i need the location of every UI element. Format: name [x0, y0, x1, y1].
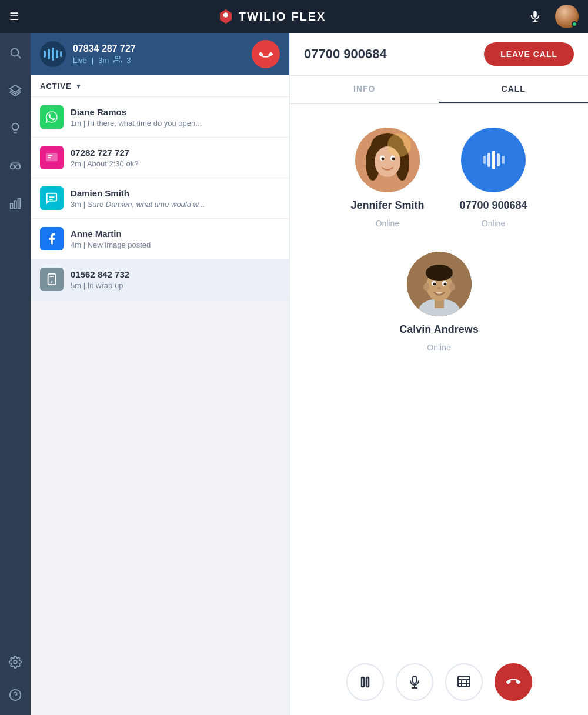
task-preview: 2m | About 2:30 ok? — [71, 159, 247, 168]
microphone-icon[interactable] — [524, 6, 546, 27]
ai-status: Online — [482, 219, 505, 228]
task-name: 01562 842 732 — [71, 269, 280, 279]
keypad-button[interactable] — [445, 663, 483, 701]
nav-icon-settings[interactable] — [5, 651, 26, 673]
svg-point-44 — [443, 283, 446, 286]
svg-rect-51 — [458, 676, 470, 687]
call-panel: 07700 900684 LEAVE CALL INFO CALL — [289, 33, 588, 715]
jennifer-name: Jennifer Smith — [350, 199, 424, 212]
task-content: Damien Smith 3m | Sure Damien, what time… — [71, 188, 280, 209]
task-content: Anne Martin 4m | New image posted — [71, 229, 280, 249]
task-content: Diane Ramos 1m | Hi there, what time do … — [71, 107, 280, 128]
nav-icon-help[interactable] — [5, 684, 26, 706]
leave-call-button[interactable]: LEAVE CALL — [484, 42, 574, 66]
top-header: ☰ TWILIO FLEX — [0, 0, 588, 33]
call-controls — [290, 649, 588, 715]
svg-point-33 — [387, 133, 411, 157]
svg-rect-9 — [11, 203, 13, 208]
tab-info[interactable]: INFO — [290, 76, 439, 103]
task-item[interactable]: Diane Ramos 1m | Hi there, what time do … — [31, 97, 289, 138]
active-call-bar: 07834 287 727 Live | 3m 3 — [31, 33, 289, 75]
task-content: 01562 842 732 5m | In wrap up — [71, 269, 280, 290]
sidebar-bottom — [5, 651, 26, 706]
jennifer-status: Online — [376, 219, 399, 228]
calvin-status: Online — [427, 343, 450, 352]
filter-bar: ACTIVE ▾ — [31, 75, 289, 97]
task-panel: 07834 287 727 Live | 3m 3 — [31, 33, 289, 715]
chat-channel-icon — [40, 186, 64, 210]
task-preview: 5m | In wrap up — [71, 281, 247, 290]
task-item[interactable]: Anne Martin 4m | New image posted — [31, 219, 289, 259]
task-item[interactable]: 01562 842 732 5m | In wrap up — [31, 259, 289, 300]
participants-count: 3 — [126, 56, 131, 65]
hamburger-menu[interactable]: ☰ — [9, 10, 19, 23]
calvin-name: Calvin Andrews — [399, 323, 478, 336]
app-logo: TWILIO FLEX — [218, 8, 326, 25]
pause-button[interactable] — [346, 663, 384, 701]
whatsapp-channel-icon — [40, 105, 64, 129]
call-panel-header: 07700 900684 LEAVE CALL — [290, 33, 588, 76]
call-waveform-icon — [40, 41, 66, 67]
svg-point-40 — [449, 283, 455, 291]
task-name: 07282 727 727 — [71, 148, 280, 158]
task-item[interactable]: 07282 727 727 2m | About 2:30 ok? — [31, 138, 289, 178]
task-preview: 3m | Sure Damien, what time would w... — [71, 200, 247, 209]
task-list: Diane Ramos 1m | Hi there, what time do … — [31, 97, 289, 715]
phone-channel-icon — [40, 268, 64, 291]
jennifer-avatar — [355, 128, 420, 192]
mute-button[interactable] — [396, 663, 433, 701]
participants-area: Jennifer Smith Online 07700 9 — [290, 104, 588, 649]
svg-rect-0 — [533, 11, 537, 18]
participants-row: Jennifer Smith Online 07700 9 — [350, 128, 527, 228]
task-name: Damien Smith — [71, 188, 280, 198]
nav-icon-chart[interactable] — [5, 193, 26, 214]
calvin-avatar — [407, 252, 472, 316]
svg-rect-47 — [366, 677, 369, 687]
svg-rect-10 — [14, 201, 16, 208]
svg-point-3 — [11, 49, 19, 56]
nav-icon-layers[interactable] — [5, 80, 26, 101]
nav-icon-search[interactable] — [5, 42, 26, 64]
svg-point-31 — [381, 158, 384, 161]
header-left: ☰ — [9, 10, 19, 23]
call-tabs: INFO CALL — [290, 76, 588, 104]
svg-point-38 — [426, 265, 453, 281]
svg-rect-11 — [18, 199, 21, 209]
hangup-button[interactable] — [252, 40, 280, 68]
svg-rect-48 — [413, 676, 416, 683]
tab-call[interactable]: CALL — [439, 76, 589, 103]
svg-point-12 — [14, 660, 17, 664]
participant-calvin: Calvin Andrews Online — [399, 252, 478, 352]
avatar[interactable] — [555, 5, 579, 28]
end-call-button[interactable] — [495, 663, 532, 701]
active-call-number: 07834 287 727 — [73, 44, 245, 54]
svg-point-43 — [433, 283, 436, 286]
task-item[interactable]: Damien Smith 3m | Sure Damien, what time… — [31, 178, 289, 219]
ai-name: 07700 900684 — [459, 199, 527, 212]
call-duration: 3m — [98, 56, 109, 65]
sms-channel-icon — [40, 146, 64, 169]
sidebar-nav — [0, 33, 31, 715]
svg-point-23 — [51, 281, 53, 283]
task-name: Anne Martin — [71, 229, 280, 239]
task-content: 07282 727 727 2m | About 2:30 ok? — [71, 148, 280, 168]
nav-icon-bulb[interactable] — [5, 118, 26, 139]
svg-rect-17 — [48, 155, 52, 156]
svg-rect-46 — [362, 677, 364, 687]
filter-label: ACTIVE — [40, 82, 72, 91]
facebook-channel-icon — [40, 227, 64, 250]
task-preview: 1m | Hi there, what time do you open... — [71, 119, 247, 128]
call-info: 07834 287 727 Live | 3m 3 — [73, 44, 245, 65]
svg-point-39 — [423, 283, 429, 291]
call-meta: Live | 3m 3 — [73, 55, 245, 65]
svg-rect-21 — [48, 274, 56, 285]
svg-point-45 — [437, 287, 441, 289]
filter-chevron[interactable]: ▾ — [76, 81, 81, 91]
svg-line-4 — [18, 55, 21, 58]
online-status-dot — [572, 21, 577, 27]
nav-icon-eyeglasses[interactable] — [5, 155, 26, 176]
svg-point-15 — [115, 56, 118, 59]
call-panel-number: 07700 900684 — [304, 46, 387, 62]
header-right — [524, 5, 579, 28]
call-status: Live — [73, 56, 87, 65]
